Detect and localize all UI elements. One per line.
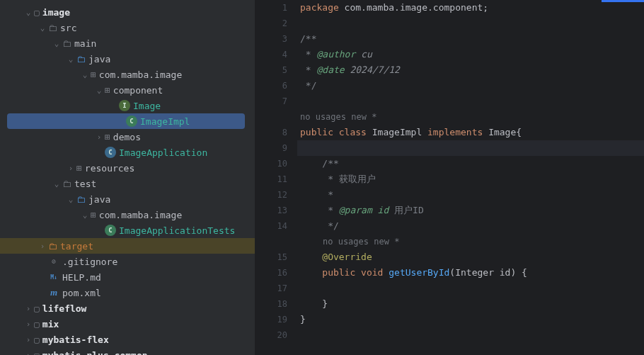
code-line[interactable]: * bbox=[297, 187, 644, 203]
code-line[interactable]: /** bbox=[297, 156, 644, 171]
tree-node-package-test[interactable]: ⌄ ⊞ com.mamba.image bbox=[0, 207, 255, 222]
line-number[interactable]: 12 bbox=[255, 187, 287, 203]
tree-label: ImageImpl bbox=[140, 116, 190, 127]
tree-node-mybatis-plus[interactable]: › ▢ mybatis-plus-common bbox=[0, 347, 255, 355]
chevron-right-icon[interactable]: › bbox=[65, 164, 76, 173]
tree-node-java-test[interactable]: ⌄ 🗀 java bbox=[0, 191, 255, 207]
code-line[interactable]: * 获取用户 bbox=[297, 171, 644, 187]
tree-node-resources[interactable]: › ⊞ resources bbox=[0, 160, 255, 176]
tree-node-mybatis-flex[interactable]: › ▢ mybatis-flex bbox=[0, 332, 255, 347]
tree-node-component[interactable]: ⌄ ⊞ component bbox=[0, 82, 255, 98]
tree-label: com.mamba.image bbox=[99, 210, 182, 220]
code-editor[interactable]: 1 2 3 4 5 6 7 8 9 10 11 12 13 14 15 16 1… bbox=[255, 0, 644, 355]
chevron-right-icon[interactable]: › bbox=[23, 304, 34, 313]
line-number[interactable]: 20 bbox=[255, 327, 287, 343]
code-line[interactable]: */ bbox=[297, 78, 644, 94]
line-gutter[interactable]: 1 2 3 4 5 6 7 8 9 10 11 12 13 14 15 16 1… bbox=[255, 0, 297, 355]
line-number[interactable]: 18 bbox=[255, 296, 287, 312]
chevron-down-icon[interactable]: ⌄ bbox=[65, 55, 76, 64]
tree-node-imageapplication[interactable]: C ImageApplication bbox=[0, 145, 255, 160]
tree-node-mix[interactable]: › ▢ mix bbox=[0, 316, 255, 332]
line-number[interactable]: 7 bbox=[255, 94, 287, 109]
line-number[interactable]: 15 bbox=[255, 249, 287, 265]
line-number[interactable]: 5 bbox=[255, 62, 287, 78]
usage-hint[interactable]: no usages new * bbox=[297, 234, 644, 249]
tree-node-imageimpl[interactable]: C ImageImpl bbox=[7, 113, 245, 129]
line-number[interactable]: 1 bbox=[255, 0, 287, 16]
usage-hint[interactable]: no usages new * bbox=[297, 109, 644, 125]
tree-node-main[interactable]: ⌄ 🗀 main bbox=[0, 35, 255, 51]
gutter-blank bbox=[255, 234, 287, 249]
chevron-right-icon[interactable]: › bbox=[93, 133, 105, 142]
line-number[interactable]: 4 bbox=[255, 47, 287, 62]
chevron-down-icon[interactable]: ⌄ bbox=[23, 8, 34, 17]
tree-node-imageapplicationtests[interactable]: C ImageApplicationTests bbox=[0, 222, 255, 238]
tree-label: mybatis-flex bbox=[42, 334, 109, 345]
code-line[interactable]: /** bbox=[297, 31, 644, 47]
tree-node-src[interactable]: ⌄ 🗀 src bbox=[0, 20, 255, 35]
source-folder-icon: 🗀 bbox=[76, 54, 86, 64]
tree-node-test[interactable]: ⌄ 🗀 test bbox=[0, 176, 255, 191]
resources-folder-icon: ⊞ bbox=[76, 163, 82, 174]
line-number[interactable]: 11 bbox=[255, 171, 287, 187]
line-number[interactable]: 17 bbox=[255, 281, 287, 296]
line-number[interactable]: 13 bbox=[255, 203, 287, 218]
tree-node-pom[interactable]: m pom.xml bbox=[0, 285, 255, 300]
code-line[interactable]: * @author cu bbox=[297, 47, 644, 62]
code-line[interactable]: public void getUserById(Integer id) { bbox=[297, 265, 644, 281]
tree-node-image-interface[interactable]: I Image bbox=[0, 98, 255, 113]
chevron-down-icon[interactable]: ⌄ bbox=[51, 39, 62, 48]
line-number[interactable]: 6 bbox=[255, 78, 287, 94]
tree-node-help[interactable]: M↓ HELP.md bbox=[0, 269, 255, 285]
code-line[interactable]: */ bbox=[297, 218, 644, 234]
line-number[interactable]: 9 bbox=[255, 140, 287, 156]
folder-icon: 🗀 bbox=[62, 179, 71, 189]
module-icon: ▢ bbox=[34, 350, 40, 356]
tree-node-java-main[interactable]: ⌄ 🗀 java bbox=[0, 51, 255, 67]
module-icon: ▢ bbox=[34, 334, 40, 345]
line-number[interactable]: 10 bbox=[255, 156, 287, 171]
chevron-right-icon[interactable]: › bbox=[23, 335, 34, 344]
code-line[interactable] bbox=[297, 281, 644, 296]
chevron-down-icon[interactable]: ⌄ bbox=[37, 23, 48, 33]
line-number[interactable]: 14 bbox=[255, 218, 287, 234]
package-icon: ⊞ bbox=[105, 132, 110, 142]
code-line[interactable]: } bbox=[297, 312, 644, 327]
code-line[interactable]: * @date 2024/7/12 bbox=[297, 62, 644, 78]
code-line[interactable]: } bbox=[297, 296, 644, 312]
tree-label: java bbox=[88, 54, 110, 64]
test-source-folder-icon: 🗀 bbox=[76, 194, 86, 205]
chevron-down-icon[interactable]: ⌄ bbox=[93, 86, 105, 95]
line-number[interactable]: 3 bbox=[255, 31, 287, 47]
line-number[interactable]: 8 bbox=[255, 125, 287, 140]
chevron-right-icon[interactable]: › bbox=[37, 242, 48, 251]
chevron-down-icon[interactable]: ⌄ bbox=[51, 179, 62, 188]
tree-node-image[interactable]: ⌄ ▢ image bbox=[0, 4, 255, 20]
code-line[interactable]: package com.mamba.image.component; bbox=[297, 0, 644, 16]
tree-node-demos[interactable]: › ⊞ demos bbox=[0, 129, 255, 145]
chevron-down-icon[interactable]: ⌄ bbox=[79, 210, 91, 220]
excluded-folder-icon: 🗀 bbox=[48, 241, 57, 252]
code-content[interactable]: package com.mamba.image.component; /** *… bbox=[297, 0, 644, 355]
tree-label: Image bbox=[133, 101, 161, 111]
tree-node-target[interactable]: › 🗀 target bbox=[0, 238, 255, 254]
code-line[interactable]: * @param id 用户ID bbox=[297, 203, 644, 218]
chevron-down-icon[interactable]: ⌄ bbox=[79, 70, 91, 79]
code-line[interactable] bbox=[297, 16, 644, 31]
chevron-down-icon[interactable]: ⌄ bbox=[65, 195, 76, 204]
tree-node-gitignore[interactable]: ⊘ .gitignore bbox=[0, 254, 255, 269]
code-line[interactable] bbox=[297, 140, 644, 156]
line-number[interactable]: 2 bbox=[255, 16, 287, 31]
project-tree[interactable]: ⌄ ▢ image ⌄ 🗀 src ⌄ 🗀 main ⌄ 🗀 java ⌄ ⊞ … bbox=[0, 0, 255, 355]
code-line[interactable]: public class ImageImpl implements Image{ bbox=[297, 125, 644, 140]
tree-node-package-main[interactable]: ⌄ ⊞ com.mamba.image bbox=[0, 67, 255, 82]
line-number[interactable]: 19 bbox=[255, 312, 287, 327]
chevron-right-icon[interactable]: › bbox=[23, 320, 34, 329]
tree-label: image bbox=[42, 7, 70, 18]
code-line[interactable] bbox=[297, 94, 644, 109]
code-line[interactable]: @Override bbox=[297, 249, 644, 265]
tree-node-lifeflow[interactable]: › ▢ lifeflow bbox=[0, 300, 255, 316]
code-line[interactable] bbox=[297, 327, 644, 343]
line-number[interactable]: 16 bbox=[255, 265, 287, 281]
chevron-right-icon[interactable]: › bbox=[23, 351, 34, 356]
